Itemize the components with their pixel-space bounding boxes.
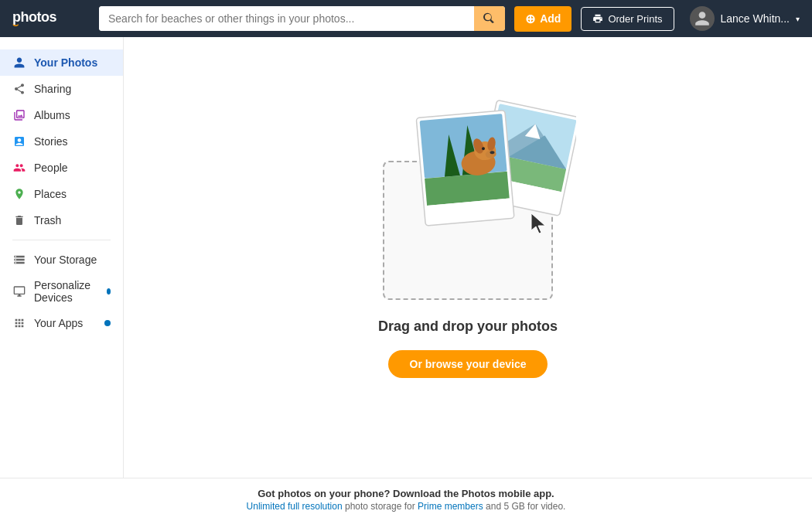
sidebar-item-your-storage[interactable]: Your Storage	[0, 247, 123, 273]
footer-link-prime[interactable]: Prime members	[418, 501, 483, 512]
your-apps-badge	[104, 320, 111, 326]
avatar	[690, 6, 715, 31]
sidebar: Your Photos Sharing Albums Stories	[0, 37, 124, 521]
sidebar-item-your-apps[interactable]: Your Apps	[0, 310, 123, 336]
stories-icon	[12, 135, 26, 148]
sidebar-item-stories[interactable]: Stories	[0, 128, 123, 155]
footer-sub: Unlimited full resolution photo storage …	[9, 501, 803, 512]
footer: Got photos on your phone? Download the P…	[0, 478, 812, 521]
people-icon	[12, 161, 26, 175]
albums-icon	[12, 108, 26, 122]
search-icon	[483, 12, 496, 25]
sidebar-divider	[12, 240, 111, 240]
order-prints-button[interactable]: Order Prints	[581, 7, 674, 31]
sidebar-label-your-storage: Your Storage	[34, 254, 97, 266]
logo-text: photos	[12, 9, 56, 25]
sidebar-label-sharing: Sharing	[34, 83, 71, 95]
places-icon	[12, 187, 26, 201]
sidebar-item-places[interactable]: Places	[0, 181, 123, 207]
add-button[interactable]: ⊕ Add	[514, 6, 571, 32]
username-label: Lance Whitn...	[721, 12, 790, 25]
footer-title: Got photos on your phone? Download the P…	[9, 488, 803, 499]
browse-device-button[interactable]: Or browse your device	[388, 350, 548, 378]
sharing-icon	[12, 82, 26, 96]
sidebar-label-people: People	[34, 162, 68, 174]
sidebar-item-sharing[interactable]: Sharing	[0, 76, 123, 102]
sidebar-label-your-apps: Your Apps	[34, 317, 83, 329]
add-label: Add	[540, 12, 561, 25]
trash-icon	[12, 213, 26, 227]
sidebar-label-places: Places	[34, 188, 67, 200]
sidebar-item-personalize-devices[interactable]: Personalize Devices	[0, 273, 123, 310]
sidebar-label-stories: Stories	[34, 135, 68, 148]
sidebar-item-albums[interactable]: Albums	[0, 102, 123, 128]
order-prints-label: Order Prints	[608, 13, 662, 25]
search-input[interactable]	[99, 6, 474, 31]
sidebar-label-your-photos: Your Photos	[34, 56, 97, 69]
drop-zone-container[interactable]	[344, 83, 592, 300]
search-button[interactable]	[474, 6, 505, 31]
sidebar-item-people[interactable]: People	[0, 155, 123, 181]
layout: Your Photos Sharing Albums Stories	[0, 37, 812, 521]
logo[interactable]: photos ⌣	[12, 8, 90, 30]
svg-marker-20	[531, 213, 545, 233]
sidebar-label-albums: Albums	[34, 109, 70, 121]
storage-icon	[12, 253, 26, 267]
cursor-icon	[531, 213, 545, 233]
user-menu[interactable]: Lance Whitn... ▾	[690, 6, 800, 31]
footer-link-resolution[interactable]: Unlimited full resolution	[247, 501, 343, 512]
header: photos ⌣ ⊕ Add Order Prints Lance Whitn	[0, 0, 812, 37]
plus-icon: ⊕	[525, 12, 535, 26]
person-icon	[12, 56, 26, 70]
sidebar-label-personalize-devices: Personalize Devices	[34, 279, 99, 304]
sidebar-label-trash: Trash	[34, 214, 61, 226]
drag-drop-label: Drag and drop your photos	[378, 318, 558, 335]
printer-icon	[592, 13, 603, 24]
sidebar-item-your-photos[interactable]: Your Photos	[0, 49, 123, 76]
chevron-down-icon: ▾	[796, 15, 800, 23]
sidebar-item-trash[interactable]: Trash	[0, 207, 123, 233]
main-content: Drag and drop your photos Or browse your…	[124, 37, 812, 521]
user-avatar-icon	[694, 10, 711, 27]
search-container	[99, 6, 505, 31]
photo-stack-illustration	[360, 83, 576, 254]
personalize-devices-badge	[107, 288, 111, 295]
devices-icon	[12, 284, 26, 298]
apps-icon	[12, 316, 26, 330]
